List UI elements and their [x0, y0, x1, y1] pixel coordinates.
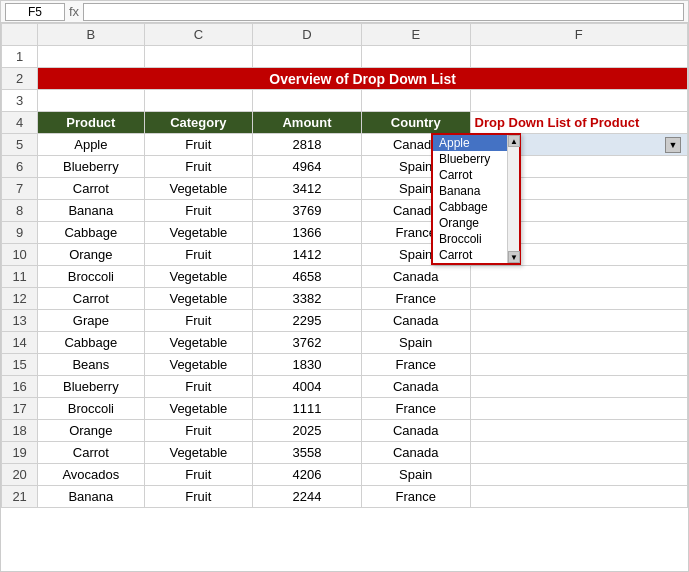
cell-amount-17[interactable]: 1111	[253, 398, 362, 420]
dropdown-item-carrot1[interactable]: Carrot	[433, 167, 507, 183]
cell-amount-9[interactable]: 1366	[253, 222, 362, 244]
cell-category-14[interactable]: Vegetable	[144, 332, 253, 354]
cell-product-18[interactable]: Orange	[38, 420, 144, 442]
header-category[interactable]: Category	[144, 112, 253, 134]
cell-country-15[interactable]: France	[361, 354, 470, 376]
cell-product-15[interactable]: Beans	[38, 354, 144, 376]
cell-country-16[interactable]: Canada	[361, 376, 470, 398]
cell-product-5[interactable]: Apple	[38, 134, 144, 156]
cell-category-18[interactable]: Fruit	[144, 420, 253, 442]
cell-category-17[interactable]: Vegetable	[144, 398, 253, 420]
col-header-e[interactable]: E	[361, 24, 470, 46]
formula-input[interactable]	[83, 3, 684, 21]
cell-product-19[interactable]: Carrot	[38, 442, 144, 464]
cell-amount-7[interactable]: 3412	[253, 178, 362, 200]
header-dropdown-label[interactable]: Drop Down List of Product	[470, 112, 687, 134]
cell-amount-20[interactable]: 4206	[253, 464, 362, 486]
cell-amount-15[interactable]: 1830	[253, 354, 362, 376]
dropdown-item-blueberry[interactable]: Blueberry	[433, 151, 507, 167]
cell-category-20[interactable]: Fruit	[144, 464, 253, 486]
cell-c1[interactable]	[144, 46, 253, 68]
cell-product-14[interactable]: Cabbage	[38, 332, 144, 354]
cell-product-13[interactable]: Grape	[38, 310, 144, 332]
cell-category-7[interactable]: Vegetable	[144, 178, 253, 200]
cell-category-16[interactable]: Fruit	[144, 376, 253, 398]
cell-amount-8[interactable]: 3769	[253, 200, 362, 222]
dropdown-arrow-btn[interactable]: ▼	[665, 137, 681, 153]
cell-e1[interactable]	[361, 46, 470, 68]
cell-country-20[interactable]: Spain	[361, 464, 470, 486]
dropdown-item-orange[interactable]: Orange	[433, 215, 507, 231]
cell-f11[interactable]	[470, 266, 687, 288]
cell-category-19[interactable]: Vegetable	[144, 442, 253, 464]
cell-amount-18[interactable]: 2025	[253, 420, 362, 442]
cell-f14[interactable]	[470, 332, 687, 354]
cell-f12[interactable]	[470, 288, 687, 310]
cell-amount-12[interactable]: 3382	[253, 288, 362, 310]
col-header-f[interactable]: F	[470, 24, 687, 46]
cell-product-11[interactable]: Broccoli	[38, 266, 144, 288]
cell-country-18[interactable]: Canada	[361, 420, 470, 442]
cell-f16[interactable]	[470, 376, 687, 398]
cell-b1[interactable]	[38, 46, 144, 68]
cell-amount-11[interactable]: 4658	[253, 266, 362, 288]
cell-country-11[interactable]: Canada	[361, 266, 470, 288]
cell-d3[interactable]	[253, 90, 362, 112]
cell-product-6[interactable]: Blueberry	[38, 156, 144, 178]
cell-amount-5[interactable]: 2818	[253, 134, 362, 156]
dropdown-popup[interactable]: Apple Blueberry Carrot Banana Cabbage Or…	[431, 133, 521, 265]
cell-e3[interactable]	[361, 90, 470, 112]
cell-country-21[interactable]: France	[361, 486, 470, 508]
cell-category-11[interactable]: Vegetable	[144, 266, 253, 288]
cell-f1[interactable]	[470, 46, 687, 68]
dropdown-item-carrot2[interactable]: Carrot	[433, 247, 507, 263]
cell-f17[interactable]	[470, 398, 687, 420]
cell-f20[interactable]	[470, 464, 687, 486]
cell-category-13[interactable]: Fruit	[144, 310, 253, 332]
name-box[interactable]	[5, 3, 65, 21]
cell-product-8[interactable]: Banana	[38, 200, 144, 222]
cell-product-20[interactable]: Avocados	[38, 464, 144, 486]
cell-amount-13[interactable]: 2295	[253, 310, 362, 332]
cell-amount-21[interactable]: 2244	[253, 486, 362, 508]
cell-product-9[interactable]: Cabbage	[38, 222, 144, 244]
cell-category-9[interactable]: Vegetable	[144, 222, 253, 244]
cell-country-13[interactable]: Canada	[361, 310, 470, 332]
cell-c3[interactable]	[144, 90, 253, 112]
cell-f18[interactable]	[470, 420, 687, 442]
cell-amount-16[interactable]: 4004	[253, 376, 362, 398]
cell-f13[interactable]	[470, 310, 687, 332]
cell-category-15[interactable]: Vegetable	[144, 354, 253, 376]
cell-amount-19[interactable]: 3558	[253, 442, 362, 464]
scrollbar-down-btn[interactable]: ▼	[508, 251, 520, 263]
cell-f21[interactable]	[470, 486, 687, 508]
scrollbar-up-btn[interactable]: ▲	[508, 135, 520, 147]
cell-country-17[interactable]: France	[361, 398, 470, 420]
cell-f19[interactable]	[470, 442, 687, 464]
cell-category-21[interactable]: Fruit	[144, 486, 253, 508]
cell-product-7[interactable]: Carrot	[38, 178, 144, 200]
cell-category-5[interactable]: Fruit	[144, 134, 253, 156]
cell-b3[interactable]	[38, 90, 144, 112]
cell-category-6[interactable]: Fruit	[144, 156, 253, 178]
cell-amount-10[interactable]: 1412	[253, 244, 362, 266]
cell-country-19[interactable]: Canada	[361, 442, 470, 464]
dropdown-item-broccoli[interactable]: Broccoli	[433, 231, 507, 247]
cell-product-17[interactable]: Broccoli	[38, 398, 144, 420]
header-product[interactable]: Product	[38, 112, 144, 134]
header-amount[interactable]: Amount	[253, 112, 362, 134]
col-header-d[interactable]: D	[253, 24, 362, 46]
cell-amount-6[interactable]: 4964	[253, 156, 362, 178]
cell-product-16[interactable]: Blueberry	[38, 376, 144, 398]
dropdown-item-apple[interactable]: Apple	[433, 135, 507, 151]
cell-category-12[interactable]: Vegetable	[144, 288, 253, 310]
cell-f3[interactable]	[470, 90, 687, 112]
dropdown-item-cabbage[interactable]: Cabbage	[433, 199, 507, 215]
cell-d1[interactable]	[253, 46, 362, 68]
dropdown-item-banana[interactable]: Banana	[433, 183, 507, 199]
cell-product-21[interactable]: Banana	[38, 486, 144, 508]
cell-product-10[interactable]: Orange	[38, 244, 144, 266]
cell-category-8[interactable]: Fruit	[144, 200, 253, 222]
header-country[interactable]: Country	[361, 112, 470, 134]
cell-product-12[interactable]: Carrot	[38, 288, 144, 310]
